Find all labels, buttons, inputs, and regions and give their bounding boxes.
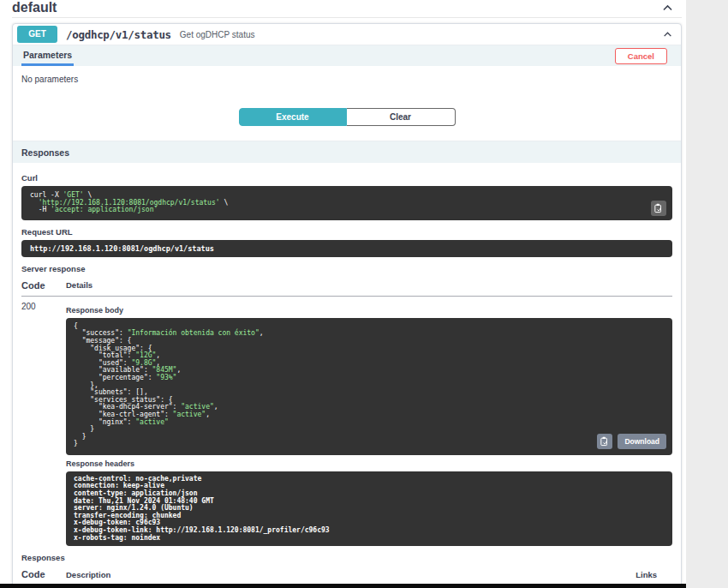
execute-row: Execute Clear <box>21 108 672 126</box>
responses-body: Curl curl -X 'GET' \ 'http://192.168.1.1… <box>13 163 681 588</box>
responses-section-header: Responses <box>13 141 681 163</box>
tab-parameters[interactable]: Parameters <box>21 45 74 66</box>
response-headers-block: cache-control: no-cache,privateconnectio… <box>66 471 672 546</box>
request-url-value: http://192.168.1.120:8081/ogdhcp/v1/stat… <box>21 240 672 257</box>
parameters-body: No parameters Execute Clear <box>13 66 681 141</box>
response-body-json: { "success": "Información obtenida con é… <box>74 323 665 448</box>
clear-button[interactable]: Clear <box>347 108 456 126</box>
details-column-header: Details <box>66 277 672 297</box>
operation-block: GET /ogdhcp/v1/status Get ogDHCP status … <box>12 23 682 588</box>
operation-path: /ogdhcp/v1/status <box>66 28 171 41</box>
response-headers-text: cache-control: no-cache,privateconnectio… <box>74 476 665 542</box>
doc-responses-label: Responses <box>21 553 672 562</box>
response-body-label: Response body <box>66 306 672 315</box>
copy-icon[interactable] <box>597 434 612 449</box>
copy-icon[interactable] <box>651 201 666 216</box>
no-parameters-text: No parameters <box>21 75 672 84</box>
operation-summary[interactable]: GET /ogdhcp/v1/status Get ogDHCP status <box>13 24 681 45</box>
operation-description: Get ogDHCP status <box>180 30 255 39</box>
response-headers-label: Response headers <box>66 459 672 468</box>
swagger-container: default GET /ogdhcp/v1/status Get ogDHCP… <box>0 0 686 588</box>
parameters-section-header: Parameters Cancel <box>13 45 681 66</box>
links-column-header: Links <box>595 566 672 585</box>
chevron-up-icon[interactable] <box>663 30 672 39</box>
chevron-up-icon[interactable] <box>662 3 673 14</box>
curl-label: Curl <box>21 173 672 183</box>
execute-button[interactable]: Execute <box>239 108 347 126</box>
code-column-header: Code <box>21 566 66 585</box>
method-badge: GET <box>17 26 57 43</box>
tag-section-header[interactable]: default <box>12 0 682 18</box>
curl-block: curl -X 'GET' \ 'http://192.168.1.120:80… <box>21 186 672 220</box>
server-response-table: Code Details 200 Response body { "succes… <box>21 277 672 546</box>
description-column-header: Description <box>66 566 595 585</box>
table-row: 200 Response body { "success": "Informac… <box>21 296 672 546</box>
curl-command: curl -X 'GET' \ 'http://192.168.1.120:80… <box>30 192 664 214</box>
tag-title: default <box>12 1 57 15</box>
response-body-block: { "success": "Información obtenida con é… <box>66 318 672 455</box>
responses-title: Responses <box>21 141 69 163</box>
download-button[interactable]: Download <box>618 434 666 449</box>
status-code: 200 <box>21 296 66 546</box>
request-url-label: Request URL <box>21 227 672 237</box>
cancel-button[interactable]: Cancel <box>615 48 667 64</box>
window-bottom-edge <box>0 584 686 588</box>
response-body-controls: Download <box>597 434 666 449</box>
code-column-header: Code <box>21 277 66 297</box>
server-response-label: Server response <box>21 264 672 273</box>
